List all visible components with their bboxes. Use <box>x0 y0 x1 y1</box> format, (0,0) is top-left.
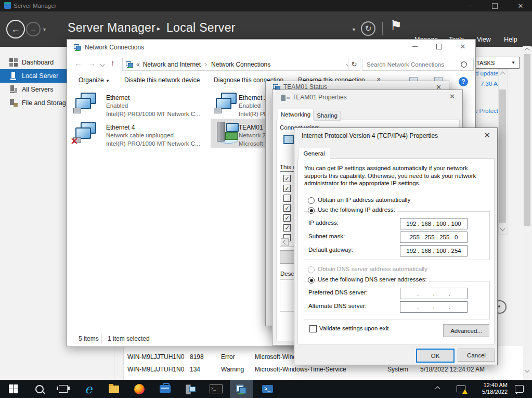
default-gateway-field[interactable]: 192 . 168 . 100 . 254 <box>400 245 468 256</box>
explorer-back-icon[interactable]: ← <box>74 59 82 68</box>
taskbar-search-button[interactable] <box>28 380 51 398</box>
powershell-button[interactable]: >_ <box>256 380 279 398</box>
scroll-down-icon[interactable] <box>500 226 505 232</box>
refresh-address-button[interactable]: ↻ <box>348 58 360 71</box>
breadcrumb-root[interactable]: Server Manager <box>68 21 155 35</box>
events-scroll-down-icon[interactable] <box>525 368 530 373</box>
forward-icon[interactable]: → <box>26 22 41 36</box>
network-connections-button[interactable] <box>230 380 253 398</box>
crumb-network-connections[interactable]: Network Connections <box>211 61 270 68</box>
panel-scrollbar[interactable] <box>498 69 508 235</box>
powershell-icon: >_ <box>262 385 273 393</box>
close-icon[interactable]: ✕ <box>512 0 529 11</box>
folder-icon <box>109 386 119 393</box>
action-center-button[interactable] <box>509 380 529 398</box>
protocol-checkbox[interactable]: ✓ <box>283 224 291 232</box>
search-input[interactable] <box>362 61 459 68</box>
alternate-dns-label: Alternate DNS server: <box>308 303 367 309</box>
internet-explorer-button[interactable]: e <box>77 380 100 398</box>
server-manager-button[interactable] <box>153 380 176 398</box>
search-icon[interactable] <box>461 61 467 68</box>
protocol-checkbox[interactable] <box>283 195 291 202</box>
protocol-checkbox[interactable]: ✓ <box>283 204 291 212</box>
panel-scrollbar-thumb[interactable] <box>499 89 506 223</box>
up-icon[interactable]: ↑ <box>111 58 115 67</box>
crumb-network-and-internet[interactable]: Network and Internet <box>143 61 201 68</box>
advanced-button[interactable]: Advanced... <box>443 324 489 337</box>
explorer-forward-icon[interactable]: → <box>88 59 96 68</box>
device-manager-button[interactable] <box>179 380 202 398</box>
explorer-minimize-icon[interactable] <box>406 41 424 52</box>
toolbox-icon <box>160 385 171 393</box>
sidebar-item-local-server[interactable]: Local Server <box>0 69 67 83</box>
tray-network-button[interactable] <box>451 380 470 398</box>
sidebar-item-dashboard[interactable]: Dashboard <box>0 56 67 69</box>
sidebar-item-file-storage[interactable]: File and Storag <box>0 96 67 110</box>
protection-link-fragment[interactable]: e Protecti <box>474 108 500 114</box>
explorer-close-icon[interactable]: ✕ <box>454 41 472 52</box>
alternate-dns-field[interactable]: . . . <box>400 301 468 313</box>
nav-dropdown-icon[interactable]: ▼ <box>42 27 47 32</box>
update-link-fragment[interactable]: d update <box>475 70 499 76</box>
disable-device-button[interactable]: Disable this network device <box>124 76 200 84</box>
task-view-button[interactable] <box>51 380 74 398</box>
explorer-maximize-icon[interactable] <box>430 41 448 52</box>
desktop: Server Manager ✕ ← → ▼ Server Manager ▸ … <box>0 0 532 398</box>
radio-obtain-ip[interactable] <box>308 197 315 204</box>
taskbar-clock[interactable]: 12:40 AM 5/18/2022 <box>471 382 508 395</box>
crumb-overflow[interactable]: « <box>136 61 140 68</box>
subnet-mask-label: Subnet mask: <box>308 233 345 239</box>
sidebar-item-all-servers[interactable]: All Servers <box>0 83 67 96</box>
hscroll-left-icon[interactable] <box>281 238 289 246</box>
statusbar-divider <box>101 334 102 343</box>
file-storage-icon <box>9 99 18 107</box>
tab-sharing[interactable]: Sharing <box>314 111 341 121</box>
main-scroll-up-icon[interactable] <box>525 48 530 53</box>
network-connections-icon <box>236 384 246 393</box>
back-icon[interactable]: ← <box>6 20 25 38</box>
help-icon[interactable]: ? <box>459 77 468 86</box>
menu-view[interactable]: View <box>477 36 491 43</box>
history-dropdown-icon[interactable] <box>100 62 105 67</box>
radio-use-dns[interactable] <box>308 277 315 284</box>
protocol-checkbox[interactable]: ✓ <box>283 185 291 192</box>
validate-checkbox[interactable] <box>309 325 317 332</box>
scroll-up-icon[interactable] <box>500 72 505 77</box>
tab-general[interactable]: General <box>298 148 330 159</box>
file-explorer-button[interactable] <box>102 380 125 398</box>
firefox-button[interactable] <box>128 380 151 398</box>
address-refresh-icon: ↻ <box>352 60 357 68</box>
ipv4-intro-text: You can get IP settings assigned automat… <box>304 164 488 187</box>
preferred-dns-field[interactable]: . . . <box>400 288 468 299</box>
subnet-mask-field[interactable]: 255 . 255 . 255 . 0 <box>400 232 468 243</box>
command-prompt-button[interactable]: >_ <box>204 380 227 398</box>
cancel-button[interactable]: Cancel <box>458 349 495 362</box>
main-scrollbar-thumb[interactable] <box>524 54 530 226</box>
menu-help[interactable]: Help <box>504 36 517 43</box>
radio-use-ip[interactable] <box>308 207 315 214</box>
ipv4-close-icon[interactable]: ✕ <box>484 132 490 138</box>
hidden-icons-button[interactable] <box>430 380 445 398</box>
tab-networking[interactable]: Networking <box>278 109 314 120</box>
search-icon <box>35 385 44 393</box>
notifications-dropdown-icon[interactable]: ▼ <box>352 27 356 32</box>
minimize-icon[interactable] <box>462 0 479 11</box>
organize-menu[interactable]: Organize ▼ <box>79 76 110 84</box>
firefox-icon <box>134 384 145 394</box>
events-divider-2 <box>123 346 124 380</box>
properties-close-icon[interactable]: ✕ <box>449 93 455 100</box>
radio-obtain-dns[interactable] <box>308 266 315 273</box>
main-scrollbar[interactable] <box>523 46 531 356</box>
protocol-checkbox[interactable]: ✓ <box>283 175 291 182</box>
search-box[interactable] <box>362 58 474 71</box>
address-bar[interactable]: « Network and Internet › Network Connect… <box>122 58 354 71</box>
start-button[interactable] <box>2 380 24 398</box>
maximize-icon[interactable] <box>486 0 503 11</box>
protocol-checkbox[interactable]: ✓ <box>283 214 291 222</box>
refresh-icon[interactable]: ↻ <box>361 21 375 36</box>
tasks-button[interactable]: TASKS ▼ <box>472 57 520 69</box>
notifications-flag-icon[interactable]: ⚑ <box>390 19 402 32</box>
taskbar: e >_ >_ 12:40 AM 5/18/2022 <box>0 380 532 398</box>
ok-button[interactable]: OK <box>416 349 455 363</box>
ip-address-field[interactable]: 192 . 168 . 100 . 100 <box>400 218 468 229</box>
